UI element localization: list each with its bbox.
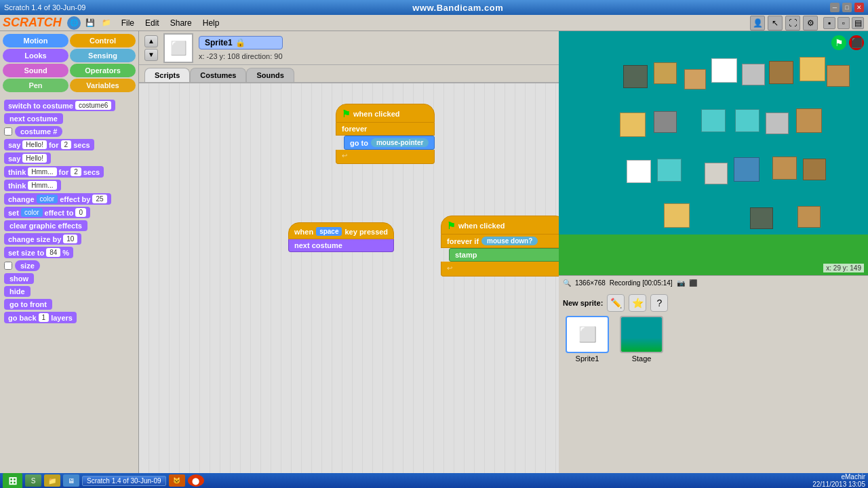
block-say-hello[interactable]: say Hello! <box>4 152 134 164</box>
folder-icon[interactable]: 📁 <box>100 16 113 30</box>
tab-costumes[interactable]: Costumes <box>190 68 246 82</box>
close-button[interactable]: ✕ <box>854 3 864 12</box>
zoom-icon: 🔍 <box>563 279 571 287</box>
size-checkbox[interactable] <box>4 262 12 270</box>
cat-motion[interactable]: Motion <box>3 34 68 47</box>
tab-sounds[interactable]: Sounds <box>246 68 294 82</box>
stage-controls: ⚑ ⬛ <box>831 35 864 50</box>
cat-looks[interactable]: Looks <box>3 49 68 62</box>
minimize-button[interactable]: ─ <box>830 3 840 12</box>
block-set-size[interactable]: set size to 84 % <box>4 247 134 258</box>
star-sprite-button[interactable]: ⭐ <box>629 294 646 312</box>
block-set-color[interactable]: set color effect to 0 <box>4 207 134 218</box>
green-flag-button[interactable]: ⚑ <box>831 35 846 50</box>
globe-icon[interactable]: 🌐 <box>67 16 81 30</box>
center-panel: ▲ ▼ ⬜ Sprite1 🔒 x: -23 y: 108 direction:… <box>139 31 559 473</box>
block-switch-costume[interactable]: switch to costume costume6 <box>4 100 134 111</box>
next-costume-block[interactable]: next costume <box>288 239 394 252</box>
help-sprite-button[interactable]: ? <box>650 294 668 312</box>
cat-sound[interactable]: Sound <box>3 64 68 77</box>
taskbar-icon-3[interactable]: 🖥 <box>63 474 79 487</box>
block-go-back[interactable]: go back 1 layers <box>4 312 134 323</box>
sprite-item-sprite1[interactable]: ⬜ Sprite1 <box>563 316 612 363</box>
block-size[interactable]: size <box>4 260 134 271</box>
menu-help[interactable]: Help <box>197 17 225 29</box>
start-button[interactable]: ⊞ <box>3 473 22 489</box>
stamp-block[interactable]: stamp <box>449 248 559 262</box>
sprite1-name: Sprite1 <box>576 354 599 363</box>
stage-sprite-7 <box>800 57 825 81</box>
sprite1-thumb: ⬜ <box>566 316 609 353</box>
script-canvas[interactable]: ⚑ when clicked forever go to mouse-point… <box>139 83 559 473</box>
status-bar: 🔍 1366×768 Recording [00:05:14] 📷 ⬛ <box>559 275 868 290</box>
stop-button[interactable]: ⬛ <box>849 35 864 50</box>
cat-sensing[interactable]: Sensing <box>70 49 136 62</box>
go-to-block[interactable]: go to mouse-pointer <box>344 136 435 150</box>
cat-operators[interactable]: Operators <box>70 64 136 77</box>
taskbar-scratch-icon[interactable]: 🐱 <box>169 474 185 487</box>
record-indicator: ⬛ <box>689 279 697 287</box>
layout-icon3[interactable]: ▤ <box>852 17 864 29</box>
menubar: SCRATCH 🌐 💾 📁 File Edit Share Help 👤 ↖ ⛶… <box>0 15 868 31</box>
cat-variables[interactable]: Variables <box>70 79 136 92</box>
save-icon[interactable]: 💾 <box>83 16 97 30</box>
nav-up[interactable]: ▲ <box>144 35 158 47</box>
block-change-color[interactable]: change color effect by 25 <box>4 193 134 205</box>
block-think-hmm-secs[interactable]: think Hmm... for 2 secs <box>4 166 134 178</box>
taskbar-icon-1[interactable]: S <box>25 474 41 487</box>
when-flag-clicked-1[interactable]: ⚑ when clicked <box>336 104 435 123</box>
taskbar-chrome-icon[interactable]: ⬤ <box>188 474 204 487</box>
menu-file[interactable]: File <box>116 17 140 29</box>
when-space-pressed[interactable]: when space key pressed <box>288 222 394 239</box>
taskbar-info: eMachir 22/11/2013 13:05 <box>812 473 865 488</box>
paint-sprite-button[interactable]: ✏️ <box>607 294 625 312</box>
forever-close-1: ↩ <box>336 150 435 164</box>
sprite-thumbnail: ⬜ <box>163 33 193 63</box>
block-next-costume[interactable]: next costume <box>4 113 134 124</box>
block-think-hmm[interactable]: think Hmm... <box>4 180 134 191</box>
cat-pen[interactable]: Pen <box>3 79 68 92</box>
forever-if-close: ↩ <box>441 262 559 277</box>
person-icon[interactable]: 👤 <box>750 16 765 30</box>
sprite-name-box: Sprite1 🔒 <box>199 36 283 49</box>
new-sprite-bar: New sprite: ✏️ ⭐ ? <box>563 294 864 312</box>
stage-sprite-16 <box>657 159 682 182</box>
block-group-1: ⚑ when clicked forever go to mouse-point… <box>336 104 435 164</box>
stage-sprite-2 <box>654 62 677 84</box>
block-costume-hash[interactable]: costume # <box>4 126 134 137</box>
fullscreen-icon[interactable]: ⛶ <box>785 16 800 30</box>
menu-edit[interactable]: Edit <box>140 17 165 29</box>
stage-coords: x: 29 y: 149 <box>823 264 864 272</box>
block-go-front[interactable]: go to front <box>4 299 134 310</box>
tab-scripts[interactable]: Scripts <box>144 68 190 82</box>
taskbar-scratch[interactable]: Scratch 1.4 of 30-Jun-09 <box>82 476 166 486</box>
when-flag-clicked-2[interactable]: ⚑ when clicked <box>441 216 559 235</box>
sprite-item-stage[interactable]: Stage <box>617 316 666 363</box>
sprite-coords: x: -23 y: 108 direction: 90 <box>199 52 283 60</box>
block-hide[interactable]: hide <box>4 286 134 297</box>
block-say-hello-secs[interactable]: say Hello! for 2 secs <box>4 139 134 150</box>
forever-block-1[interactable]: forever <box>336 123 435 136</box>
block-clear-effects[interactable]: clear graphic effects <box>4 220 134 231</box>
sprite-nav: ▲ ▼ <box>144 35 158 61</box>
block-change-size[interactable]: change size by 10 <box>4 233 134 245</box>
cursor-icon[interactable]: ↖ <box>768 16 783 30</box>
layout-icon1[interactable]: ▪ <box>823 17 835 29</box>
block-show[interactable]: show <box>4 273 134 284</box>
recording-status: Recording [00:05:14] <box>610 279 673 287</box>
menu-share[interactable]: Share <box>165 17 197 29</box>
stage-sprite-6 <box>769 61 793 84</box>
stage-sprite-14 <box>796 108 822 133</box>
taskbar-icon-2[interactable]: 📁 <box>44 474 60 487</box>
layout-icon2[interactable]: ▫ <box>837 17 850 29</box>
forever-if-block[interactable]: forever if mouse down? <box>441 235 559 248</box>
settings-icon[interactable]: ⚙ <box>803 16 818 30</box>
key-input: space <box>316 227 342 236</box>
stage-sprite-8 <box>827 65 850 87</box>
maximize-button[interactable]: □ <box>842 3 852 12</box>
nav-down[interactable]: ▼ <box>144 49 158 61</box>
costume-hash-checkbox[interactable] <box>4 127 12 136</box>
cat-control[interactable]: Control <box>70 34 136 47</box>
block-group-3: ⚑ when clicked forever if mouse down? st… <box>441 216 559 277</box>
flag-icon-2: ⚑ <box>447 220 456 231</box>
